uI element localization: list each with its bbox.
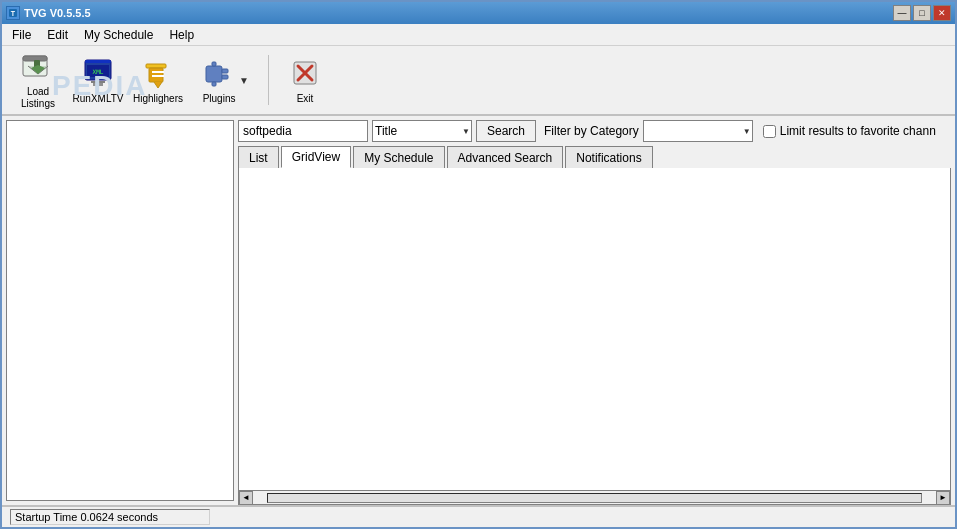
main-view: ◄ ►	[238, 168, 951, 505]
left-panel	[6, 120, 234, 501]
limit-results-checkbox[interactable]	[763, 125, 776, 138]
main-view-content	[239, 168, 950, 504]
status-text: Startup Time 0.0624 seconds	[15, 511, 158, 523]
tab-my-schedule[interactable]: My Schedule	[353, 146, 444, 168]
title-bar: T TVG V0.5.5.5 — □ ✕	[2, 2, 955, 24]
window-controls: — □ ✕	[893, 5, 951, 21]
exit-icon	[287, 55, 323, 91]
svg-rect-15	[206, 66, 222, 82]
load-listings-button[interactable]: Load Listings	[10, 50, 66, 110]
search-type-dropdown[interactable]: Title Description Channel	[372, 120, 472, 142]
minimize-button[interactable]: —	[893, 5, 911, 21]
plugins-icon	[201, 55, 237, 91]
filter-by-category-label: Filter by Category	[544, 124, 639, 138]
content-area: Title Description Channel ▼ Search Filte…	[2, 116, 955, 505]
highlighers-icon	[140, 55, 176, 91]
load-listings-icon	[20, 50, 56, 84]
svg-rect-6	[85, 60, 111, 63]
tab-gridview[interactable]: GridView	[281, 146, 351, 168]
svg-rect-16	[222, 69, 228, 73]
tab-advanced-search[interactable]: Advanced Search	[447, 146, 564, 168]
svg-rect-19	[212, 82, 216, 86]
svg-text:T: T	[11, 10, 16, 17]
svg-text:XML: XML	[93, 68, 104, 75]
toolbar-separator	[268, 55, 269, 105]
filter-category-dropdown[interactable]	[643, 120, 753, 142]
status-panel: Startup Time 0.0624 seconds	[10, 509, 210, 525]
plugins-button[interactable]: Plugins ▼	[190, 50, 260, 110]
svg-rect-10	[93, 83, 103, 86]
title-bar-left: T TVG V0.5.5.5	[6, 6, 91, 20]
right-panel: Title Description Channel ▼ Search Filte…	[234, 116, 955, 505]
menu-edit[interactable]: Edit	[39, 26, 76, 44]
window-title: TVG V0.5.5.5	[24, 7, 91, 19]
menu-my-schedule[interactable]: My Schedule	[76, 26, 161, 44]
toolbar: PEDIA Load Listings X	[2, 46, 955, 116]
search-input[interactable]	[238, 120, 368, 142]
svg-rect-18	[212, 62, 216, 66]
filter-category-dropdown-wrapper: ▼	[643, 120, 753, 142]
plugins-dropdown-arrow[interactable]: ▼	[239, 75, 249, 86]
h-scroll-right-btn[interactable]: ►	[936, 491, 950, 505]
menu-file[interactable]: File	[4, 26, 39, 44]
status-bar: Startup Time 0.0624 seconds	[2, 505, 955, 527]
run-xmltv-icon: XML	[80, 55, 116, 91]
tab-notifications[interactable]: Notifications	[565, 146, 652, 168]
search-type-dropdown-wrapper: Title Description Channel ▼	[372, 120, 472, 142]
limit-results-label: Limit results to favorite chann	[780, 124, 936, 138]
search-bar: Title Description Channel ▼ Search Filte…	[238, 120, 951, 142]
search-button[interactable]: Search	[476, 120, 536, 142]
horizontal-scrollbar[interactable]: ◄ ►	[239, 490, 950, 504]
highlighers-button[interactable]: Highlighers	[130, 50, 186, 110]
maximize-button[interactable]: □	[913, 5, 931, 21]
run-xmltv-label: RunXMLTV	[73, 93, 124, 105]
tab-list[interactable]: List	[238, 146, 279, 168]
svg-rect-17	[222, 75, 228, 79]
svg-rect-9	[91, 81, 105, 83]
h-scroll-left-btn[interactable]: ◄	[239, 491, 253, 505]
menu-bar: File Edit My Schedule Help	[2, 24, 955, 46]
h-scroll-track[interactable]	[267, 493, 922, 503]
svg-rect-13	[152, 71, 164, 73]
svg-rect-14	[152, 75, 164, 77]
plugins-label: Plugins	[203, 93, 236, 105]
load-listings-label: Load Listings	[13, 86, 63, 110]
app-icon: T	[6, 6, 20, 20]
svg-rect-11	[146, 64, 166, 68]
run-xmltv-button[interactable]: XML RunXMLTV	[70, 50, 126, 110]
exit-label: Exit	[297, 93, 314, 105]
close-button[interactable]: ✕	[933, 5, 951, 21]
tabs-bar: List GridView My Schedule Advanced Searc…	[238, 146, 951, 168]
highlighers-label: Highlighers	[133, 93, 183, 105]
menu-help[interactable]: Help	[161, 26, 202, 44]
exit-button[interactable]: Exit	[277, 50, 333, 110]
main-window: T TVG V0.5.5.5 — □ ✕ File Edit My Schedu…	[0, 0, 957, 529]
